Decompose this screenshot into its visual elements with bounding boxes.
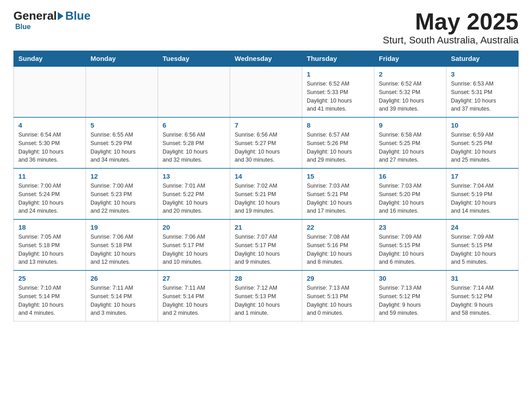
day-info: Sunrise: 6:52 AMSunset: 5:32 PMDaylight:…	[379, 80, 442, 113]
calendar-cell: 12Sunrise: 7:00 AMSunset: 5:23 PMDayligh…	[86, 168, 158, 219]
day-info: Sunrise: 6:55 AMSunset: 5:29 PMDaylight:…	[90, 131, 153, 164]
calendar-cell: 22Sunrise: 7:08 AMSunset: 5:16 PMDayligh…	[302, 219, 374, 270]
day-info: Sunrise: 7:06 AMSunset: 5:18 PMDaylight:…	[90, 233, 153, 266]
day-number: 21	[235, 223, 297, 231]
calendar-cell: 19Sunrise: 7:06 AMSunset: 5:18 PMDayligh…	[86, 219, 158, 270]
day-info: Sunrise: 7:01 AMSunset: 5:22 PMDaylight:…	[163, 182, 225, 215]
calendar-cell: 7Sunrise: 6:56 AMSunset: 5:27 PMDaylight…	[230, 117, 302, 168]
calendar-cell: 8Sunrise: 6:57 AMSunset: 5:26 PMDaylight…	[302, 117, 374, 168]
day-number: 10	[451, 121, 514, 129]
col-header-monday: Monday	[86, 51, 158, 67]
col-header-sunday: Sunday	[14, 51, 86, 67]
col-header-friday: Friday	[374, 51, 446, 67]
day-number: 3	[451, 70, 514, 78]
day-info: Sunrise: 6:53 AMSunset: 5:31 PMDaylight:…	[451, 80, 514, 113]
calendar-cell: 28Sunrise: 7:12 AMSunset: 5:13 PMDayligh…	[230, 270, 302, 321]
calendar-cell: 21Sunrise: 7:07 AMSunset: 5:17 PMDayligh…	[230, 219, 302, 270]
day-info: Sunrise: 6:56 AMSunset: 5:27 PMDaylight:…	[235, 131, 297, 164]
day-number: 2	[379, 70, 442, 78]
day-info: Sunrise: 7:06 AMSunset: 5:17 PMDaylight:…	[163, 233, 225, 266]
calendar-month-year: May 2025	[383, 9, 519, 34]
day-number: 19	[90, 223, 153, 231]
logo-arrow-icon	[58, 12, 64, 20]
day-number: 26	[90, 274, 153, 282]
calendar-cell	[86, 66, 158, 117]
calendar-cell: 9Sunrise: 6:58 AMSunset: 5:25 PMDaylight…	[374, 117, 446, 168]
day-number: 9	[379, 121, 442, 129]
day-info: Sunrise: 6:54 AMSunset: 5:30 PMDaylight:…	[18, 131, 81, 164]
calendar-cell: 29Sunrise: 7:13 AMSunset: 5:13 PMDayligh…	[302, 270, 374, 321]
calendar-cell: 24Sunrise: 7:09 AMSunset: 5:15 PMDayligh…	[446, 219, 519, 270]
day-info: Sunrise: 7:11 AMSunset: 5:14 PMDaylight:…	[163, 284, 225, 317]
day-number: 29	[307, 274, 369, 282]
day-info: Sunrise: 6:59 AMSunset: 5:25 PMDaylight:…	[451, 131, 514, 164]
calendar-cell: 16Sunrise: 7:03 AMSunset: 5:20 PMDayligh…	[374, 168, 446, 219]
calendar-cell: 31Sunrise: 7:14 AMSunset: 5:12 PMDayligh…	[446, 270, 519, 321]
col-header-saturday: Saturday	[446, 51, 519, 67]
day-info: Sunrise: 7:03 AMSunset: 5:21 PMDaylight:…	[307, 182, 369, 215]
calendar-cell: 6Sunrise: 6:56 AMSunset: 5:28 PMDaylight…	[158, 117, 230, 168]
logo-blue-text: Blue	[65, 9, 90, 23]
day-info: Sunrise: 6:57 AMSunset: 5:26 PMDaylight:…	[307, 131, 369, 164]
day-info: Sunrise: 7:12 AMSunset: 5:13 PMDaylight:…	[235, 284, 297, 317]
day-number: 24	[451, 223, 514, 231]
day-number: 23	[379, 223, 442, 231]
logo-underline-text: Blue	[15, 23, 31, 31]
calendar-cell: 14Sunrise: 7:02 AMSunset: 5:21 PMDayligh…	[230, 168, 302, 219]
day-number: 22	[307, 223, 369, 231]
page-header: General Blue Blue May 2025 Sturt, South …	[13, 9, 519, 46]
day-info: Sunrise: 7:09 AMSunset: 5:15 PMDaylight:…	[379, 233, 442, 266]
calendar-cell	[14, 66, 86, 117]
day-info: Sunrise: 7:13 AMSunset: 5:12 PMDaylight:…	[379, 284, 442, 317]
day-info: Sunrise: 7:00 AMSunset: 5:23 PMDaylight:…	[90, 182, 153, 215]
calendar-cell: 13Sunrise: 7:01 AMSunset: 5:22 PMDayligh…	[158, 168, 230, 219]
col-header-wednesday: Wednesday	[230, 51, 302, 67]
calendar-cell	[158, 66, 230, 117]
day-number: 25	[18, 274, 81, 282]
calendar-cell: 27Sunrise: 7:11 AMSunset: 5:14 PMDayligh…	[158, 270, 230, 321]
day-number: 20	[163, 223, 225, 231]
logo-wordmark: General Blue	[13, 9, 90, 23]
calendar-cell: 15Sunrise: 7:03 AMSunset: 5:21 PMDayligh…	[302, 168, 374, 219]
logo: General Blue Blue	[13, 9, 90, 31]
calendar-cell: 11Sunrise: 7:00 AMSunset: 5:24 PMDayligh…	[14, 168, 86, 219]
day-number: 18	[18, 223, 81, 231]
day-info: Sunrise: 7:07 AMSunset: 5:17 PMDaylight:…	[235, 233, 297, 266]
day-info: Sunrise: 7:00 AMSunset: 5:24 PMDaylight:…	[18, 182, 81, 215]
calendar-table: SundayMondayTuesdayWednesdayThursdayFrid…	[13, 51, 519, 321]
day-number: 28	[235, 274, 297, 282]
day-info: Sunrise: 6:58 AMSunset: 5:25 PMDaylight:…	[379, 131, 442, 164]
calendar-cell: 2Sunrise: 6:52 AMSunset: 5:32 PMDaylight…	[374, 66, 446, 117]
day-number: 6	[163, 121, 225, 129]
day-info: Sunrise: 7:03 AMSunset: 5:20 PMDaylight:…	[379, 182, 442, 215]
day-number: 16	[379, 172, 442, 180]
calendar-cell: 20Sunrise: 7:06 AMSunset: 5:17 PMDayligh…	[158, 219, 230, 270]
day-info: Sunrise: 7:11 AMSunset: 5:14 PMDaylight:…	[90, 284, 153, 317]
col-header-thursday: Thursday	[302, 51, 374, 67]
calendar-week-row: 18Sunrise: 7:05 AMSunset: 5:18 PMDayligh…	[14, 219, 519, 270]
calendar-cell: 3Sunrise: 6:53 AMSunset: 5:31 PMDaylight…	[446, 66, 519, 117]
calendar-cell: 4Sunrise: 6:54 AMSunset: 5:30 PMDaylight…	[14, 117, 86, 168]
day-number: 11	[18, 172, 81, 180]
calendar-cell: 1Sunrise: 6:52 AMSunset: 5:33 PMDaylight…	[302, 66, 374, 117]
calendar-cell: 18Sunrise: 7:05 AMSunset: 5:18 PMDayligh…	[14, 219, 86, 270]
day-info: Sunrise: 6:52 AMSunset: 5:33 PMDaylight:…	[307, 80, 369, 113]
day-info: Sunrise: 7:13 AMSunset: 5:13 PMDaylight:…	[307, 284, 369, 317]
calendar-cell: 5Sunrise: 6:55 AMSunset: 5:29 PMDaylight…	[86, 117, 158, 168]
day-number: 15	[307, 172, 369, 180]
logo-general-text: General	[13, 9, 57, 23]
calendar-cell: 30Sunrise: 7:13 AMSunset: 5:12 PMDayligh…	[374, 270, 446, 321]
day-info: Sunrise: 7:02 AMSunset: 5:21 PMDaylight:…	[235, 182, 297, 215]
day-number: 7	[235, 121, 297, 129]
day-number: 12	[90, 172, 153, 180]
day-info: Sunrise: 7:10 AMSunset: 5:14 PMDaylight:…	[18, 284, 81, 317]
calendar-week-row: 25Sunrise: 7:10 AMSunset: 5:14 PMDayligh…	[14, 270, 519, 321]
day-number: 8	[307, 121, 369, 129]
day-number: 4	[18, 121, 81, 129]
calendar-week-row: 1Sunrise: 6:52 AMSunset: 5:33 PMDaylight…	[14, 66, 519, 117]
day-number: 14	[235, 172, 297, 180]
day-info: Sunrise: 7:05 AMSunset: 5:18 PMDaylight:…	[18, 233, 81, 266]
calendar-cell	[230, 66, 302, 117]
calendar-cell: 17Sunrise: 7:04 AMSunset: 5:19 PMDayligh…	[446, 168, 519, 219]
day-info: Sunrise: 7:04 AMSunset: 5:19 PMDaylight:…	[451, 182, 514, 215]
